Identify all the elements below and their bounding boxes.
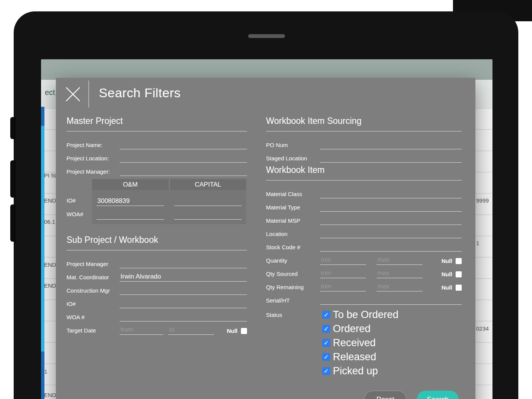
serial-ht-input[interactable] [320, 296, 462, 305]
header-divider [89, 81, 89, 108]
woa-capital-input[interactable] [174, 211, 242, 220]
checked-checkbox-icon[interactable]: ✓ [322, 367, 330, 375]
status-options: ✓ To be Ordered ✓ Ordered ✓ Received [322, 308, 399, 378]
status-label: Status [266, 308, 322, 378]
side-button-2 [10, 160, 16, 198]
status-option-label: To be Ordered [333, 309, 399, 321]
sub-project-manager-label: Project Manager [66, 261, 120, 268]
quantity-max-input[interactable] [377, 256, 423, 265]
sub-project-manager-row: Project Manager [66, 255, 247, 268]
sub-project-woa-input[interactable] [120, 313, 247, 321]
speaker-bar [248, 34, 285, 38]
qty-sourced-max-input[interactable] [377, 269, 423, 278]
sub-project-io-input[interactable] [120, 299, 247, 308]
status-option-to-be-ordered[interactable]: ✓ To be Ordered [322, 308, 399, 322]
io-table-header: O&M CAPITAL [92, 179, 246, 190]
table-fragment: 9999 [476, 197, 489, 204]
status-option-released[interactable]: ✓ Released [322, 350, 399, 364]
project-name-input[interactable] [120, 141, 247, 149]
target-date-null-group: Null [227, 328, 247, 335]
staged-location-label: Staged Location [266, 155, 320, 163]
checked-checkbox-icon[interactable]: ✓ [322, 325, 330, 333]
checked-checkbox-icon[interactable]: ✓ [322, 353, 330, 361]
sub-project-woa-row: WOA # [66, 308, 247, 321]
quantity-label: Quantity [266, 257, 320, 265]
construction-mgr-row: Construction Mgr [66, 282, 247, 295]
material-msp-input[interactable] [320, 216, 462, 225]
material-class-input[interactable] [320, 190, 462, 198]
sub-project-heading: Sub Project / Workbook [66, 235, 247, 250]
quantity-null-checkbox[interactable] [456, 258, 462, 264]
target-date-row: Target Date Null [66, 321, 247, 335]
table-fragment: PI 5L [44, 172, 57, 179]
status-option-ordered[interactable]: ✓ Ordered [322, 322, 399, 336]
quantity-min-input[interactable] [320, 256, 366, 265]
project-location-label: Project Location: [66, 155, 120, 163]
app-screen: ect. PI 5L ENDS 06.1 ENDS ENDS .1 ENDS 9… [41, 59, 492, 399]
woa-om-input[interactable] [97, 211, 164, 220]
material-msp-row: Material MSP [266, 212, 462, 225]
status-option-label: Received [333, 337, 376, 349]
target-date-to-input[interactable] [168, 326, 214, 335]
serial-ht-row: Serial/HT [266, 291, 462, 305]
target-date-null-checkbox[interactable] [241, 328, 247, 334]
close-button[interactable] [63, 84, 83, 104]
material-type-input[interactable] [320, 203, 462, 212]
workbook-item-heading: Workbook Item [266, 165, 462, 180]
io-om-input[interactable] [97, 197, 164, 206]
po-num-row: PO Num [266, 136, 462, 149]
construction-mgr-input[interactable] [120, 286, 247, 295]
table-fragment: 0234 [476, 325, 489, 332]
qty-remaining-null-checkbox[interactable] [456, 285, 462, 291]
sub-project-woa-label: WOA # [66, 314, 120, 321]
po-num-label: PO Num [266, 142, 320, 149]
search-button[interactable]: Search [417, 391, 459, 399]
side-button-3 [10, 204, 16, 242]
qty-remaining-max-input[interactable] [377, 283, 423, 291]
io-label: IO# [66, 197, 76, 204]
qty-sourced-min-input[interactable] [320, 269, 366, 278]
sub-project-manager-input[interactable] [120, 260, 247, 268]
project-manager-row: Project Manager: [66, 163, 247, 176]
mat-coordinator-input[interactable] [120, 273, 247, 282]
location-row: Location [266, 225, 462, 238]
mat-coordinator-row: Mat. Coordinator [66, 268, 247, 282]
checked-checkbox-icon[interactable]: ✓ [322, 311, 330, 319]
side-button-1 [10, 117, 16, 139]
staged-location-input[interactable] [320, 154, 462, 163]
background-header-fragment: ect. [45, 88, 57, 97]
table-fragment: 06.1 [44, 218, 55, 225]
io-woa-table: O&M CAPITAL IO# WOA# [92, 179, 246, 224]
status-option-label: Picked up [333, 365, 378, 377]
mat-coordinator-label: Mat. Coordinator [66, 274, 120, 282]
quantity-null-group: Null [442, 258, 462, 265]
stock-code-input[interactable] [320, 243, 462, 252]
material-type-label: Material Type [266, 204, 320, 212]
qty-remaining-min-input[interactable] [320, 283, 366, 291]
qty-remaining-label: Qty Remaining [266, 284, 320, 291]
scrollbar-strip-top [41, 107, 44, 126]
sub-project-io-label: IO# [66, 301, 120, 308]
right-column: Workbook Item Sourcing PO Num Staged Loc… [266, 116, 462, 378]
status-option-picked-up[interactable]: ✓ Picked up [322, 364, 399, 378]
project-manager-input[interactable] [120, 167, 247, 176]
material-msp-label: Material MSP [266, 217, 320, 225]
reset-button[interactable]: Reset [364, 391, 407, 399]
stock-code-label: Stock Code # [266, 244, 320, 252]
table-fragment: .1 [43, 368, 48, 375]
po-num-input[interactable] [320, 141, 462, 149]
checked-checkbox-icon[interactable]: ✓ [322, 339, 330, 347]
location-label: Location [266, 231, 320, 238]
io-capital-input[interactable] [174, 197, 242, 206]
project-location-input[interactable] [120, 154, 247, 163]
status-option-received[interactable]: ✓ Received [322, 336, 399, 350]
location-input[interactable] [320, 230, 462, 238]
woa-row: WOA# [97, 206, 242, 220]
modal-title: Search Filters [99, 86, 180, 100]
stock-code-row: Stock Code # [266, 238, 462, 252]
qty-sourced-null-checkbox[interactable] [456, 271, 462, 277]
qty-remaining-row: Qty Remaining Null [266, 278, 462, 291]
tablet-frame: ect. PI 5L ENDS 06.1 ENDS ENDS .1 ENDS 9… [14, 11, 518, 399]
io-row: IO# [97, 192, 242, 206]
target-date-from-input[interactable] [120, 326, 163, 335]
